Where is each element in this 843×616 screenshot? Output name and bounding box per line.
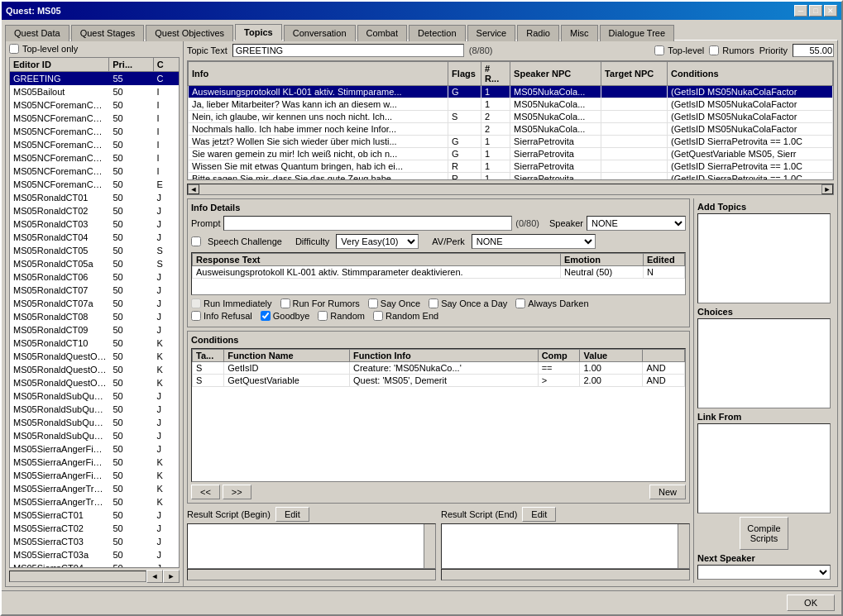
- end-hscroll[interactable]: [441, 569, 690, 580]
- list-item[interactable]: MS05RonaldCT0250J: [10, 204, 179, 217]
- conditions-row[interactable]: SGetQuestVariableQuest: 'MS05', Demerit>…: [193, 375, 685, 387]
- end-vscroll[interactable]: [678, 524, 689, 568]
- list-item[interactable]: MS05RonaldSubQuest...50J: [10, 429, 179, 442]
- tab-quest-objectives[interactable]: Quest Objectives: [146, 25, 233, 41]
- priority-input[interactable]: [793, 44, 834, 57]
- list-item[interactable]: MS05Bailout50I: [10, 85, 179, 98]
- run-immediately-checkbox[interactable]: [191, 298, 201, 308]
- maximize-button[interactable]: □: [809, 5, 822, 17]
- begin-hscroll[interactable]: [187, 569, 436, 580]
- scroll-left-button[interactable]: ◄: [146, 570, 163, 583]
- list-item[interactable]: GREETING55C: [10, 72, 179, 85]
- difficulty-select[interactable]: Very Easy(10): [336, 234, 419, 249]
- conditions-table-wrap[interactable]: Ta... Function Name Function Info Comp V…: [191, 348, 686, 482]
- av-perk-select[interactable]: NONE: [472, 234, 596, 249]
- speaker-select[interactable]: NONE: [587, 216, 686, 231]
- list-item[interactable]: MS05SierraCT0250J: [10, 522, 179, 535]
- list-item[interactable]: MS05RonaldQuestOffe...50K: [10, 350, 179, 363]
- speech-challenge-checkbox[interactable]: [191, 236, 201, 246]
- conditions-row[interactable]: SGetIsIDCreature: 'MS05NukaCo...'==1.00A…: [193, 362, 685, 375]
- list-item[interactable]: MS05SierraCT03a50J: [10, 548, 179, 561]
- link-from-listbox[interactable]: [697, 423, 831, 513]
- list-item[interactable]: MS05SierraAngerTrac...50K: [10, 482, 179, 495]
- list-item[interactable]: MS05RonaldCT0350J: [10, 217, 179, 231]
- next-speaker-select[interactable]: [697, 565, 831, 580]
- random-checkbox[interactable]: [318, 311, 328, 321]
- info-table-row[interactable]: Wissen Sie mit etwas Quantum bringen, ha…: [189, 160, 833, 173]
- list-item[interactable]: MS05RonaldSubQuest...50J: [10, 416, 179, 429]
- list-item[interactable]: MS05SierraAngerFixed...50K: [10, 469, 179, 482]
- rumors-checkbox[interactable]: [709, 45, 719, 55]
- result-script-begin-edit[interactable]: Edit: [275, 507, 309, 522]
- list-item[interactable]: MS05RonaldCT0150J: [10, 191, 179, 204]
- list-item[interactable]: MS05RonaldQuestOffe...50K: [10, 363, 179, 376]
- list-item[interactable]: MS05NCForemanCT0250I: [10, 112, 179, 125]
- ok-button[interactable]: OK: [787, 595, 835, 611]
- list-item[interactable]: MS05RonaldCT0950J: [10, 323, 179, 337]
- close-button[interactable]: ✕: [824, 5, 837, 17]
- top-level-topic-checkbox[interactable]: [654, 45, 664, 55]
- info-table-row[interactable]: Nochmals hallo. Ich habe immer noch kein…: [189, 123, 833, 136]
- info-table-row[interactable]: Ja, lieber Mitarbeiter? Was kann ich an …: [189, 98, 833, 111]
- list-item[interactable]: MS05RonaldQuestOffe...50K: [10, 376, 179, 389]
- result-script-begin-area[interactable]: [188, 524, 424, 568]
- response-row[interactable]: Ausweisungsprotokoll KL-001 aktiv. Stimm…: [193, 266, 685, 279]
- minimize-button[interactable]: ─: [794, 5, 807, 17]
- info-table-row[interactable]: Sie waren gemein zu mir! Ich weiß nicht,…: [189, 148, 833, 160]
- nav-next-button[interactable]: >>: [223, 485, 251, 499]
- tab-quest-data[interactable]: Quest Data: [5, 25, 69, 41]
- list-item[interactable]: MS05RonaldSubQuest...50J: [10, 403, 179, 416]
- list-item[interactable]: MS05SierraAngerFixed...50J: [10, 442, 179, 456]
- info-table-row[interactable]: Nein, ich glaube, wir kennen uns noch ni…: [189, 111, 833, 123]
- result-script-end-edit[interactable]: Edit: [522, 507, 556, 522]
- list-item[interactable]: MS05SierraCT0150J: [10, 509, 179, 522]
- list-item[interactable]: MS05RonaldCT05a50S: [10, 257, 179, 270]
- prompt-input[interactable]: [223, 216, 512, 231]
- list-item[interactable]: MS05RonaldCT0850J: [10, 310, 179, 323]
- tab-combat[interactable]: Combat: [357, 25, 408, 41]
- always-darken-checkbox[interactable]: [515, 298, 525, 308]
- tab-misc[interactable]: Misc: [561, 25, 598, 41]
- list-item[interactable]: MS05NCForemanCT0450I: [10, 138, 179, 151]
- list-item[interactable]: MS05RonaldCT0450J: [10, 231, 179, 244]
- compile-scripts-button[interactable]: Compile Scripts: [740, 517, 788, 550]
- list-item[interactable]: MS05SierraAngerFixed...50K: [10, 456, 179, 469]
- list-item[interactable]: MS05NCForemanCT07...50E: [10, 178, 179, 191]
- tab-radio[interactable]: Radio: [517, 25, 559, 41]
- list-item[interactable]: MS05NCForemanCT05...50I: [10, 151, 179, 165]
- add-topics-listbox[interactable]: [697, 213, 831, 303]
- tab-service[interactable]: Service: [467, 25, 516, 41]
- info-refusal-checkbox[interactable]: [191, 311, 201, 321]
- goodbye-checkbox[interactable]: [261, 311, 271, 321]
- conditions-new-button[interactable]: New: [649, 485, 686, 499]
- info-table-hscroll[interactable]: ◄ ►: [187, 184, 834, 195]
- list-item[interactable]: MS05NCForemanCT0350I: [10, 125, 179, 138]
- scroll-right-button[interactable]: ►: [163, 570, 180, 583]
- say-once-day-checkbox[interactable]: [429, 298, 438, 308]
- info-table-row[interactable]: Bitte sagen Sie mir, dass Sie das gute Z…: [189, 173, 833, 181]
- topic-text-input[interactable]: [232, 44, 464, 57]
- list-item[interactable]: MS05NCForemanCT0650I: [10, 165, 179, 178]
- tab-dialogue-tree[interactable]: Dialogue Tree: [600, 25, 675, 41]
- list-item[interactable]: MS05RonaldCT0750J: [10, 284, 179, 297]
- hscroll-right[interactable]: ►: [821, 184, 833, 194]
- list-item[interactable]: MS05RonaldCT0650J: [10, 270, 179, 284]
- info-table-row[interactable]: Ausweisungsprotokoll KL-001 aktiv. Stimm…: [189, 86, 833, 98]
- info-table-row[interactable]: Was jetzt? Wollen Sie sich wieder über m…: [189, 136, 833, 148]
- list-item[interactable]: MS05RonaldCT1050K: [10, 337, 179, 350]
- hscroll-left[interactable]: ◄: [188, 184, 199, 194]
- tab-conversation[interactable]: Conversation: [284, 25, 356, 41]
- list-item[interactable]: MS05SierraAngerTrac...50K: [10, 495, 179, 509]
- random-end-checkbox[interactable]: [373, 311, 383, 321]
- list-item[interactable]: MS05RonaldCT07a50J: [10, 297, 179, 310]
- info-table-container[interactable]: Info Flags # R... Speaker NPC Target NPC…: [187, 60, 834, 180]
- nav-prev-button[interactable]: <<: [191, 485, 220, 499]
- tab-topics[interactable]: Topics: [235, 24, 282, 41]
- say-once-checkbox[interactable]: [368, 298, 378, 308]
- list-item[interactable]: MS05SierraCT0350J: [10, 535, 179, 548]
- list-item[interactable]: MS05NCForemanCT0150I: [10, 98, 179, 112]
- list-item[interactable]: MS05RonaldSubQuest...50J: [10, 389, 179, 403]
- result-script-end-area[interactable]: [442, 524, 678, 568]
- editor-id-list[interactable]: GREETING55CMS05Bailout50IMS05NCForemanCT…: [9, 72, 180, 568]
- list-item[interactable]: MS05SierraCT0450J: [10, 561, 179, 568]
